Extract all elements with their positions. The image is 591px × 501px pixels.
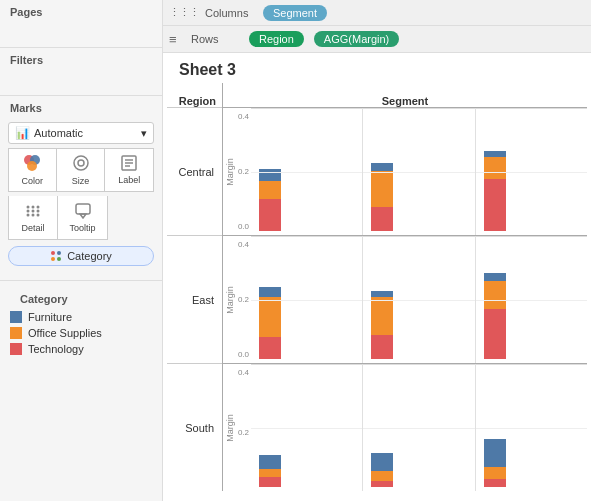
- bar-furn: [259, 287, 281, 297]
- pages-section: Pages: [0, 0, 162, 48]
- segment-header: Segment: [223, 83, 587, 107]
- detail-icon: [25, 203, 41, 221]
- tooltip-label: Tooltip: [69, 223, 95, 233]
- category-pill-icon: [50, 250, 62, 262]
- segment-pill[interactable]: Segment: [263, 5, 327, 21]
- region-pill[interactable]: Region: [249, 31, 304, 47]
- rows-icon: ≡: [169, 32, 185, 47]
- svg-point-11: [27, 213, 30, 216]
- size-button[interactable]: Size: [57, 148, 106, 192]
- bar-tech: [371, 335, 393, 359]
- marks-header: Marks: [0, 96, 162, 118]
- sheet-title: Sheet 3: [163, 53, 591, 83]
- east-consumer-bar: [259, 287, 281, 359]
- size-label: Size: [72, 176, 90, 186]
- east-corporate: [363, 236, 475, 363]
- central-home-bar: [484, 151, 506, 231]
- color-button[interactable]: Color: [8, 148, 57, 192]
- south-consumer: [251, 364, 363, 491]
- svg-point-21: [57, 251, 61, 255]
- bar-tech: [371, 207, 393, 231]
- central-consumer-bar: [259, 169, 281, 231]
- chart-area: Sheet 3 Region Central East South Segmen…: [163, 53, 591, 501]
- label-icon: [121, 155, 137, 173]
- svg-point-17: [37, 213, 40, 216]
- color-label: Color: [22, 176, 44, 186]
- detail-button[interactable]: Detail: [8, 196, 58, 240]
- bar-furn: [371, 163, 393, 171]
- svg-point-4: [78, 160, 84, 166]
- marks-icons-grid: Color Size: [8, 148, 154, 192]
- bar-office: [484, 157, 506, 179]
- rows-label: Rows: [191, 33, 243, 45]
- marks-type-dropdown[interactable]: 📊 Automatic ▾: [8, 122, 154, 144]
- bar-office: [259, 469, 281, 477]
- legend-technology: Technology: [10, 341, 152, 357]
- svg-point-15: [37, 205, 40, 208]
- south-segments: [251, 364, 587, 491]
- south-chart-row: Margin 0.4 0.2: [223, 363, 587, 491]
- bar-office: [484, 281, 506, 309]
- technology-color-box: [10, 343, 22, 355]
- bar-office: [371, 297, 393, 335]
- category-section: Category Furniture Office Supplies Techn…: [0, 281, 162, 363]
- east-consumer: [251, 236, 363, 363]
- office-supplies-color-box: [10, 327, 22, 339]
- svg-point-20: [51, 251, 55, 255]
- filters-section: Filters: [0, 48, 162, 96]
- east-chart-row: Margin 0.4 0.2 0.0: [223, 235, 587, 363]
- agg-margin-pill[interactable]: AGG(Margin): [314, 31, 399, 47]
- svg-point-23: [57, 257, 61, 261]
- bar-furn: [484, 273, 506, 281]
- marks-section: Marks 📊 Automatic ▾ Color: [0, 96, 162, 281]
- bar-office: [371, 471, 393, 481]
- region-axis-title: Region: [167, 83, 222, 107]
- category-pill[interactable]: Category: [8, 246, 154, 266]
- color-circles-icon: [23, 154, 41, 174]
- svg-point-13: [32, 209, 35, 212]
- tooltip-button[interactable]: Tooltip: [58, 196, 108, 240]
- bar-office: [371, 171, 393, 207]
- bar-tech: [259, 477, 281, 487]
- legend-furniture: Furniture: [10, 309, 152, 325]
- region-axis: Region Central East South: [167, 83, 222, 491]
- bar-tech: [371, 481, 393, 487]
- rows-shelf: ≡ Rows Region AGG(Margin): [163, 26, 591, 52]
- margin-label-east: Margin: [225, 286, 235, 314]
- columns-shelf: ⋮⋮⋮ Columns Segment: [163, 0, 591, 26]
- svg-rect-18: [76, 204, 90, 214]
- svg-point-14: [32, 213, 35, 216]
- central-home-office: [476, 108, 587, 235]
- category-pill-row: Category: [8, 246, 154, 266]
- svg-point-3: [74, 156, 88, 170]
- marks-type-label: Automatic: [34, 127, 83, 139]
- pages-header: Pages: [0, 0, 162, 22]
- svg-marker-19: [80, 214, 86, 218]
- detail-tooltip-row: Detail Tooltip: [8, 196, 154, 240]
- office-supplies-label: Office Supplies: [28, 327, 102, 339]
- central-row-label: Central: [167, 107, 222, 235]
- bar-office: [259, 297, 281, 337]
- right-panel: ⋮⋮⋮ Columns Segment ≡ Rows Region AGG(Ma…: [163, 0, 591, 501]
- label-label: Label: [118, 175, 140, 185]
- columns-icon: ⋮⋮⋮: [169, 6, 199, 19]
- bar-tech: [484, 179, 506, 231]
- svg-point-22: [51, 257, 55, 261]
- size-icon: [72, 154, 90, 174]
- bar-tech: [484, 479, 506, 487]
- svg-point-2: [27, 161, 37, 171]
- furniture-color-box: [10, 311, 22, 323]
- shelves-bar: ⋮⋮⋮ Columns Segment ≡ Rows Region AGG(Ma…: [163, 0, 591, 53]
- chart-plots: Segment Margin 0.4 0.2 0.0: [222, 83, 587, 491]
- bar-tech: [259, 199, 281, 231]
- east-row-label: East: [167, 235, 222, 363]
- south-consumer-bar: [259, 455, 281, 487]
- technology-label: Technology: [28, 343, 84, 355]
- left-panel: Pages Filters Marks 📊 Automatic ▾: [0, 0, 163, 501]
- svg-point-10: [27, 209, 30, 212]
- label-button[interactable]: Label: [105, 148, 154, 192]
- bar-office: [484, 467, 506, 479]
- south-row-label: South: [167, 363, 222, 491]
- category-header: Category: [10, 287, 152, 309]
- east-corporate-bar: [371, 291, 393, 359]
